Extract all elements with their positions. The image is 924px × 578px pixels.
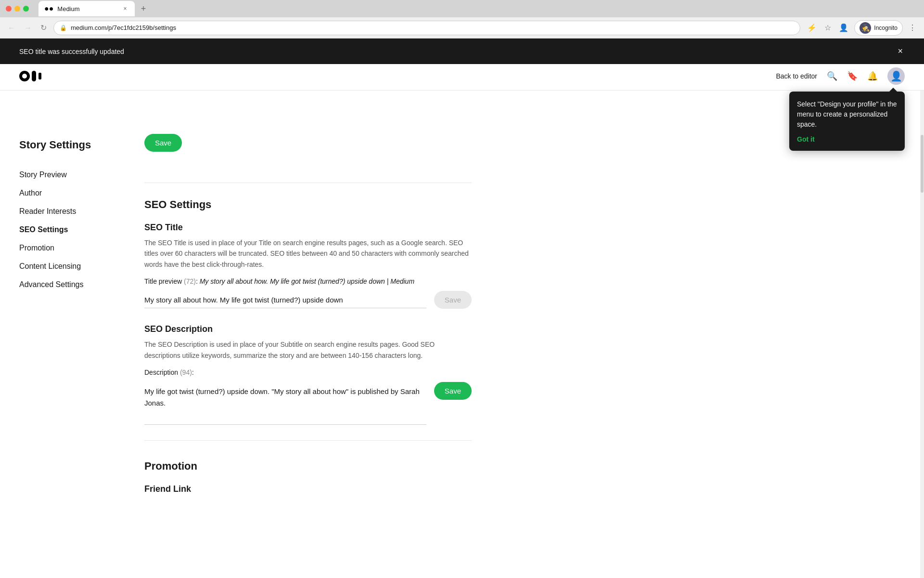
sidebar-item-content-licensing[interactable]: Content Licensing xyxy=(19,258,116,275)
incognito-avatar: 🕵 xyxy=(860,22,871,34)
tab-close-button[interactable]: × xyxy=(121,5,129,12)
sidebar-item-author[interactable]: Author xyxy=(19,185,116,201)
back-to-editor-link[interactable]: Back to editor xyxy=(776,72,817,80)
sidebar: Story Settings Story Preview Author Read… xyxy=(0,119,135,523)
browser-chrome: ●● Medium × + ← → ↻ 🔒 medium.com/p/7ec1f… xyxy=(0,0,924,578)
sidebar-title: Story Settings xyxy=(19,139,116,151)
sidebar-item-promotion[interactable]: Promotion xyxy=(19,240,116,256)
sidebar-item-reader-interests[interactable]: Reader Interests xyxy=(19,203,116,220)
notification-text: SEO title was successfully updated xyxy=(19,48,124,55)
title-preview-colon: : xyxy=(196,277,200,285)
traffic-lights xyxy=(6,6,29,12)
forward-button[interactable]: → xyxy=(22,22,34,34)
section-divider-2 xyxy=(144,440,472,441)
section-divider-1 xyxy=(144,183,472,183)
user-avatar-button[interactable]: 👤 Select "Design your profile" in the me… xyxy=(887,67,905,85)
browser-titlebar: ●● Medium × + xyxy=(0,0,924,17)
page-header: Back to editor 🔍 🔖 🔔 👤 Select "Design yo… xyxy=(0,62,924,91)
title-preview-label: Title preview xyxy=(144,277,184,285)
incognito-label: Incognito xyxy=(874,25,898,31)
svg-rect-1 xyxy=(32,71,36,81)
browser-actions: ⚡ ☆ 👤 🕵 Incognito ⋮ xyxy=(805,20,918,36)
header-actions: Back to editor 🔍 🔖 🔔 👤 Select "Design yo… xyxy=(776,67,905,85)
seo-title-label: SEO Title xyxy=(144,223,472,233)
notification-close-button[interactable]: × xyxy=(896,44,905,58)
new-tab-button[interactable]: + xyxy=(137,2,150,15)
notification-bar: SEO title was successfully updated × xyxy=(0,39,924,64)
tooltip-got-it-button[interactable]: Got it xyxy=(797,135,815,143)
title-preview-text: My story all about how. My life got twis… xyxy=(200,277,414,285)
seo-description-save-button[interactable]: Save xyxy=(434,382,472,400)
seo-description-input[interactable]: My life got twist (turned?) upside down.… xyxy=(144,382,426,425)
url-text: medium.com/p/7ec1fdc2159b/settings xyxy=(71,24,794,31)
maximize-window-button[interactable] xyxy=(23,6,29,12)
desc-count: (94) xyxy=(180,368,192,376)
seo-description-input-row: My life got twist (turned?) upside down.… xyxy=(144,382,472,425)
scrollbar-thumb[interactable] xyxy=(921,135,924,193)
svg-point-3 xyxy=(22,74,27,79)
reload-button[interactable]: ↻ xyxy=(38,21,49,34)
close-window-button[interactable] xyxy=(6,6,12,12)
top-save-button[interactable]: Save xyxy=(144,134,182,152)
profile-icon[interactable]: 👤 xyxy=(837,21,850,34)
sidebar-item-advanced-settings[interactable]: Advanced Settings xyxy=(19,276,116,293)
desc-label-text: Description xyxy=(144,368,180,376)
search-icon[interactable]: 🔍 xyxy=(827,71,837,81)
seo-description-description: The SEO Description is used in place of … xyxy=(144,339,472,361)
page-content: SEO title was successfully updated × Bac… xyxy=(0,39,924,578)
minimize-window-button[interactable] xyxy=(14,6,20,12)
tab-bar: ●● Medium × + xyxy=(33,0,886,17)
sidebar-item-story-preview[interactable]: Story Preview xyxy=(19,167,116,183)
main-layout: Story Settings Story Preview Author Read… xyxy=(0,91,924,523)
url-bar[interactable]: 🔒 medium.com/p/7ec1fdc2159b/settings xyxy=(53,21,800,35)
incognito-badge[interactable]: 🕵 Incognito xyxy=(854,20,903,36)
profile-tooltip: Select "Design your profile" in the menu… xyxy=(789,92,905,151)
lock-icon: 🔒 xyxy=(60,25,67,31)
sidebar-navigation: Story Preview Author Reader Interests SE… xyxy=(19,167,116,293)
seo-title-input-row: Save xyxy=(144,291,472,309)
medium-logo[interactable] xyxy=(19,69,49,83)
tab-label: Medium xyxy=(57,5,117,13)
svg-rect-2 xyxy=(38,73,41,79)
bookmark-icon[interactable]: 🔖 xyxy=(847,71,858,81)
seo-title-description: The SEO Title is used in place of your T… xyxy=(144,237,472,270)
promotion-title: Promotion xyxy=(144,460,472,473)
description-count-line: Description (94): xyxy=(144,368,472,376)
seo-description-section: SEO Description The SEO Description is u… xyxy=(144,324,472,425)
title-preview-line: Title preview (72): My story all about h… xyxy=(144,277,472,285)
title-preview-count: (72) xyxy=(184,277,196,285)
seo-settings-title: SEO Settings xyxy=(144,198,472,211)
sidebar-item-seo-settings[interactable]: SEO Settings xyxy=(19,222,116,238)
promotion-section: Promotion Friend Link xyxy=(144,460,472,494)
seo-title-input[interactable] xyxy=(144,292,426,308)
back-button[interactable]: ← xyxy=(6,22,17,34)
browser-menu-button[interactable]: ⋮ xyxy=(907,21,918,34)
seo-title-section: SEO Title The SEO Title is used in place… xyxy=(144,223,472,309)
main-content: Save SEO Settings SEO Title The SEO Titl… xyxy=(135,119,500,523)
address-bar: ← → ↻ 🔒 medium.com/p/7ec1fdc2159b/settin… xyxy=(0,17,924,39)
seo-title-save-button[interactable]: Save xyxy=(434,291,472,309)
active-tab[interactable]: ●● Medium × xyxy=(38,1,135,16)
tab-favicon: ●● xyxy=(44,4,53,13)
friend-link-title: Friend Link xyxy=(144,484,472,494)
scrollbar[interactable] xyxy=(920,39,924,578)
extension-icon[interactable]: ⚡ xyxy=(805,21,819,34)
bookmark-star-icon[interactable]: ☆ xyxy=(822,21,833,34)
bell-icon[interactable]: 🔔 xyxy=(867,71,878,81)
seo-description-label: SEO Description xyxy=(144,324,472,334)
tooltip-message: Select "Design your profile" in the menu… xyxy=(797,99,897,130)
